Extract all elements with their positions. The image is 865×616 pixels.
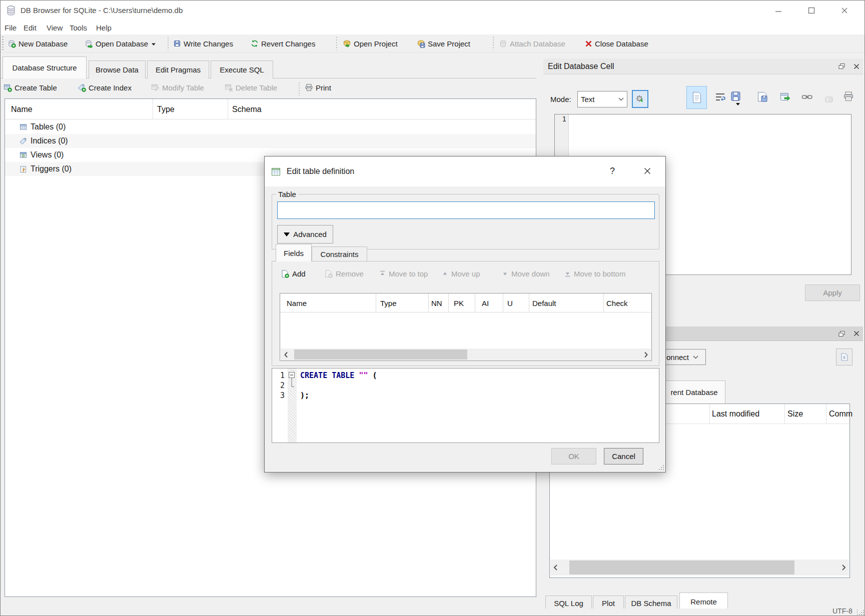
print-button[interactable]: Print bbox=[305, 84, 331, 92]
scroll-right-icon[interactable] bbox=[839, 560, 849, 576]
menu-help[interactable]: Help bbox=[93, 22, 115, 34]
text-mode-button[interactable] bbox=[686, 86, 707, 109]
fields-hscrollbar[interactable] bbox=[281, 348, 651, 360]
tree-row-tables[interactable]: Tables (0) bbox=[5, 120, 536, 134]
ok-button[interactable]: OK bbox=[551, 448, 596, 464]
encoding-status[interactable]: UTF-8 bbox=[832, 607, 852, 615]
add-icon bbox=[281, 270, 289, 278]
move-up-button[interactable]: Move up bbox=[442, 270, 480, 278]
write-changes-icon bbox=[173, 40, 181, 48]
col-pk[interactable]: PK bbox=[454, 294, 464, 312]
menu-view[interactable]: View bbox=[44, 22, 66, 34]
revert-changes-button[interactable]: Revert Changes bbox=[251, 37, 315, 50]
push-database-button[interactable] bbox=[836, 348, 852, 366]
menu-tools[interactable]: Tools bbox=[67, 22, 90, 34]
float-panel-icon[interactable] bbox=[836, 61, 847, 72]
dialog-tab-fields[interactable]: Fields bbox=[276, 244, 312, 262]
mode-select[interactable]: Text bbox=[577, 91, 627, 108]
open-in-external-button[interactable] bbox=[779, 91, 791, 102]
col-check[interactable]: Check bbox=[606, 294, 628, 312]
tab-current-database[interactable]: rent Database bbox=[657, 380, 725, 404]
create-index-button[interactable]: Create Index bbox=[78, 84, 132, 92]
tree-column-type[interactable]: Type bbox=[157, 99, 175, 120]
tree-row-indices[interactable]: Indices (0) bbox=[5, 134, 536, 148]
tag-icon bbox=[19, 137, 28, 146]
table-definition-icon bbox=[271, 167, 281, 176]
cancel-button[interactable]: Cancel bbox=[604, 448, 643, 464]
sql-pre view-editor[interactable]: 1 2 3 CREATE TABLE "" ( ); bbox=[272, 368, 659, 443]
apply-button[interactable]: Apply bbox=[805, 284, 860, 301]
dialog-help-button[interactable]: ? bbox=[606, 164, 619, 178]
auto-apply-toggle-button[interactable] bbox=[632, 90, 648, 108]
col-name[interactable]: Name bbox=[287, 294, 307, 312]
modify-table-button[interactable]: Modify Table bbox=[151, 84, 204, 92]
open-database-dropdown-icon[interactable] bbox=[152, 42, 156, 46]
tree-column-name[interactable]: Name bbox=[11, 99, 33, 120]
link-icon[interactable] bbox=[801, 93, 813, 101]
column-size[interactable]: Size bbox=[787, 404, 803, 424]
col-nn[interactable]: NN bbox=[431, 294, 442, 312]
new-database-button[interactable]: New Database bbox=[8, 37, 68, 50]
tab-browse-data[interactable]: Browse Data bbox=[89, 60, 146, 78]
create-table-button[interactable]: Create Table bbox=[4, 84, 57, 92]
tab-execute-sql[interactable]: Execute SQL bbox=[211, 60, 273, 78]
open-database-button[interactable]: Open Database bbox=[85, 37, 148, 50]
float-panel-icon[interactable] bbox=[836, 328, 847, 339]
close-database-icon bbox=[585, 40, 592, 48]
resize-grip[interactable] bbox=[859, 610, 864, 616]
tab-database-structure[interactable]: Database Structure bbox=[3, 56, 87, 78]
move-down-button[interactable]: Move down bbox=[502, 270, 550, 278]
scrollbar-thumb[interactable] bbox=[569, 560, 794, 574]
null-value-icon[interactable] bbox=[825, 96, 833, 102]
export-text-button[interactable] bbox=[757, 91, 768, 102]
column-commit[interactable]: Comm bbox=[829, 404, 852, 424]
minimize-button[interactable] bbox=[771, 6, 786, 16]
dialog-resize-grip[interactable] bbox=[658, 465, 664, 471]
attach-database-button[interactable]: Attach Database bbox=[499, 37, 565, 50]
tree-column-schema[interactable]: Schema bbox=[232, 99, 262, 120]
advanced-button[interactable]: Advanced bbox=[277, 225, 333, 244]
import-text-button[interactable] bbox=[730, 90, 742, 106]
move-to-top-button[interactable]: Move to top bbox=[379, 270, 428, 278]
toolbar-handle[interactable] bbox=[2, 36, 4, 50]
add-field-button[interactable]: Add bbox=[281, 270, 306, 278]
close-panel-icon[interactable] bbox=[851, 328, 862, 339]
scroll-left-icon[interactable] bbox=[550, 560, 560, 576]
tab-remote[interactable]: Remote bbox=[679, 592, 728, 610]
dialog-close-icon[interactable] bbox=[641, 164, 654, 178]
open-project-icon bbox=[343, 40, 351, 48]
menu-edit[interactable]: Edit bbox=[21, 22, 40, 34]
dialog-tab-constraints[interactable]: Constraints bbox=[312, 246, 367, 262]
collapse-triangle-icon bbox=[284, 232, 290, 236]
table-name-input[interactable] bbox=[277, 202, 655, 219]
col-u[interactable]: U bbox=[507, 294, 513, 312]
menu-file[interactable]: File bbox=[2, 22, 20, 34]
print-cell-icon[interactable] bbox=[843, 91, 854, 102]
scroll-right-icon[interactable] bbox=[641, 348, 651, 360]
maximize-button[interactable] bbox=[804, 6, 819, 16]
save-project-button[interactable]: Save Project bbox=[417, 37, 470, 50]
col-default[interactable]: Default bbox=[532, 294, 556, 312]
scroll-left-icon[interactable] bbox=[281, 348, 291, 360]
col-type[interactable]: Type bbox=[380, 294, 397, 312]
chevron-down-icon bbox=[618, 98, 624, 101]
scrollbar-thumb[interactable] bbox=[294, 350, 467, 360]
fold-collapse-icon[interactable] bbox=[288, 372, 296, 392]
main-toolbar: New Database Open Database Write Changes… bbox=[1, 34, 865, 52]
word-wrap-icon[interactable] bbox=[715, 92, 726, 103]
move-to-bottom-button[interactable]: Move to bottom bbox=[564, 270, 625, 278]
close-window-icon[interactable] bbox=[837, 6, 852, 16]
fold-margin bbox=[288, 368, 297, 442]
write-changes-button[interactable]: Write Changes bbox=[173, 37, 233, 50]
file-list-hscrollbar[interactable] bbox=[550, 560, 849, 576]
column-last-modified[interactable]: Last modified bbox=[712, 404, 759, 424]
open-project-button[interactable]: Open Project bbox=[343, 37, 398, 50]
delete-table-button[interactable]: Delete Table bbox=[225, 84, 277, 92]
close-panel-icon[interactable] bbox=[851, 61, 862, 72]
col-ai[interactable]: AI bbox=[482, 294, 489, 312]
tab-edit-pragmas[interactable]: Edit Pragmas bbox=[147, 60, 209, 78]
dialog-title-bar[interactable]: Edit table definition ? bbox=[265, 156, 665, 186]
move-to-bottom-icon bbox=[564, 270, 571, 277]
remove-field-button[interactable]: Remove bbox=[324, 270, 364, 278]
close-database-button[interactable]: Close Database bbox=[585, 37, 648, 50]
